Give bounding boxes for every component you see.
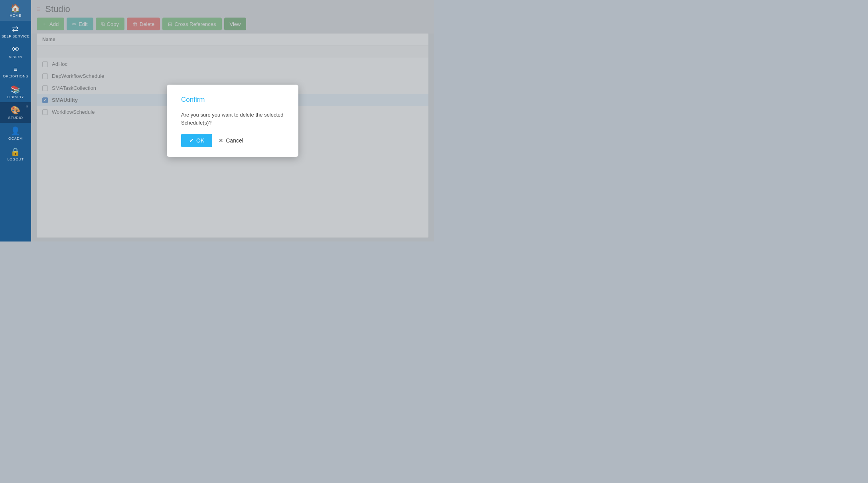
cancel-button[interactable]: ✕ Cancel — [219, 137, 243, 144]
home-icon: 🏠 — [10, 4, 21, 12]
modal-actions: ✔ OK ✕ Cancel — [181, 134, 284, 147]
operations-icon: ≡ — [14, 66, 18, 73]
sidebar: 🏠 HOME ⇄ SELF SERVICE 👁 VISION ≡ OPERATI… — [0, 0, 31, 242]
vision-icon: 👁 — [12, 46, 20, 53]
logout-icon: 🔒 — [10, 148, 21, 156]
sidebar-item-home[interactable]: 🏠 HOME — [0, 0, 31, 21]
sidebar-item-label: VISION — [9, 55, 22, 59]
close-icon[interactable]: ✕ — [26, 105, 29, 109]
sidebar-item-label: LOGOUT — [7, 157, 24, 161]
self-service-icon: ⇄ — [12, 25, 19, 33]
cancel-x-icon: ✕ — [219, 137, 223, 144]
sidebar-item-logout[interactable]: 🔒 LOGOUT — [0, 144, 31, 164]
modal-message: Are you sure you want to delete the sele… — [181, 111, 284, 127]
modal-title: Confirm — [181, 96, 284, 104]
ocadm-icon: 👤 — [10, 127, 21, 135]
sidebar-item-label: HOME — [10, 14, 22, 18]
library-icon: 📚 — [10, 85, 21, 93]
ok-button[interactable]: ✔ OK — [181, 134, 212, 147]
sidebar-item-vision[interactable]: 👁 VISION — [0, 42, 31, 62]
sidebar-item-label: OCADM — [8, 137, 23, 141]
sidebar-item-label: OPERATIONS — [3, 74, 28, 78]
sidebar-item-library[interactable]: 📚 LIBRARY — [0, 81, 31, 102]
sidebar-item-operations[interactable]: ≡ OPERATIONS — [0, 62, 31, 81]
sidebar-item-label: SELF SERVICE — [2, 34, 30, 38]
sidebar-item-ocadm[interactable]: 👤 OCADM — [0, 123, 31, 144]
main-content: ≡ Studio ＋ Add ✏ Edit ⧉ Copy 🗑 Delete ⊞ … — [31, 0, 434, 242]
sidebar-item-self-service[interactable]: ⇄ SELF SERVICE — [0, 21, 31, 42]
sidebar-item-label: LIBRARY — [7, 95, 24, 99]
sidebar-item-label: STUDIO — [8, 116, 23, 120]
check-icon: ✔ — [189, 137, 194, 144]
studio-icon: 🎨 — [10, 106, 21, 114]
sidebar-item-studio[interactable]: ✕ 🎨 STUDIO — [0, 102, 31, 123]
modal-overlay: Confirm Are you sure you want to delete … — [31, 0, 434, 242]
confirm-modal: Confirm Are you sure you want to delete … — [167, 85, 298, 157]
